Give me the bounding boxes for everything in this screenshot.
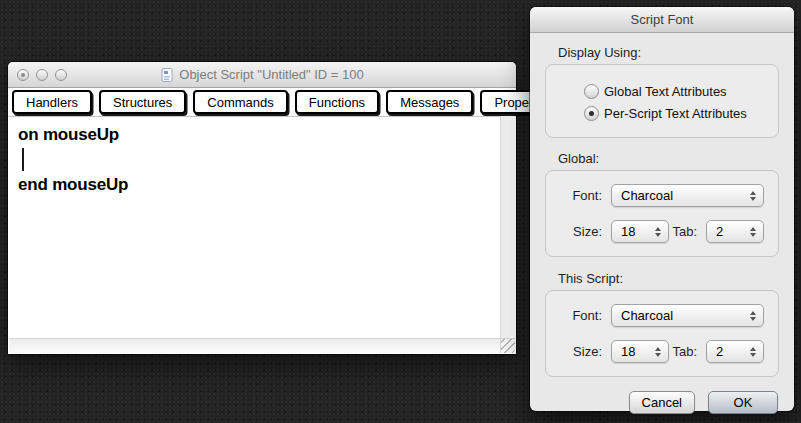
close-button[interactable] [17, 69, 29, 81]
radio-label: Global Text Attributes [604, 84, 727, 99]
text-cursor [22, 148, 24, 171]
script-document-icon [160, 68, 174, 82]
size-label: Size: [560, 344, 602, 359]
stepper-arrows-icon [750, 347, 756, 357]
dialog-button-row: Cancel OK [545, 391, 779, 414]
this-script-size-popup[interactable]: 18 [611, 340, 669, 363]
minimize-button[interactable] [36, 69, 48, 81]
this-script-group: Font: Charcoal Size: 18 Tab: 2 [545, 290, 779, 377]
horizontal-scrollbar[interactable] [9, 338, 501, 353]
stepper-arrows-icon [750, 227, 756, 237]
tab-label: Tab: [669, 344, 697, 359]
this-script-font-popup[interactable]: Charcoal [611, 304, 764, 327]
tab-handlers[interactable]: Handlers [12, 90, 92, 114]
tab-functions[interactable]: Functions [295, 90, 379, 114]
cancel-button[interactable]: Cancel [629, 391, 695, 414]
tab-commands[interactable]: Commands [193, 90, 287, 114]
stepper-arrows-icon [655, 347, 661, 357]
this-script-font-row: Font: Charcoal [560, 304, 764, 327]
global-group: Font: Charcoal Size: 18 Tab: 2 [545, 170, 779, 257]
panel-title: Script Font [631, 12, 694, 27]
global-size-popup[interactable]: 18 [611, 220, 669, 243]
this-script-tab-popup[interactable]: 2 [706, 340, 764, 363]
panel-body: Display Using: Global Text Attributes Pe… [530, 33, 794, 423]
window-title: Object Script "Untitled" ID = 100 [179, 67, 363, 82]
radio-per-script-text-attributes[interactable]: Per-Script Text Attributes [584, 102, 768, 124]
popup-value: 18 [621, 224, 635, 239]
popup-value: 18 [621, 344, 635, 359]
script-editor[interactable]: on mouseUp end mouseUp [8, 117, 516, 354]
global-tab-popup[interactable]: 2 [706, 220, 764, 243]
resize-grip[interactable] [500, 338, 515, 353]
display-using-group: Global Text Attributes Per-Script Text A… [545, 64, 779, 138]
popup-value: Charcoal [621, 188, 673, 203]
title-wrap: Object Script "Untitled" ID = 100 [160, 67, 363, 82]
object-script-window: Object Script "Untitled" ID = 100 Handle… [8, 62, 516, 354]
popup-value: Charcoal [621, 308, 673, 323]
code-line: end mouseUp [18, 172, 498, 197]
panel-titlebar[interactable]: Script Font [530, 7, 794, 33]
code-line [18, 147, 498, 172]
popup-value: 2 [716, 344, 723, 359]
popup-value: 2 [716, 224, 723, 239]
script-window-titlebar[interactable]: Object Script "Untitled" ID = 100 [8, 62, 516, 88]
display-using-label: Display Using: [558, 45, 779, 60]
stepper-arrows-icon [750, 311, 756, 321]
radio-button-icon[interactable] [584, 84, 599, 99]
code-line: on mouseUp [18, 122, 498, 147]
tab-structures[interactable]: Structures [99, 90, 186, 114]
tab-bar: HandlersStructuresCommandsFunctionsMessa… [8, 88, 516, 117]
stepper-arrows-icon [750, 191, 756, 201]
radio-global-text-attributes[interactable]: Global Text Attributes [584, 80, 768, 102]
global-font-popup[interactable]: Charcoal [611, 184, 764, 207]
zoom-button[interactable] [55, 69, 67, 81]
script-font-panel: Script Font Display Using: Global Text A… [530, 7, 794, 411]
size-label: Size: [560, 224, 602, 239]
radio-label: Per-Script Text Attributes [604, 106, 747, 121]
font-label: Font: [560, 188, 602, 203]
this-script-section-label: This Script: [558, 271, 779, 286]
this-script-size-tab-row: Size: 18 Tab: 2 [560, 340, 764, 363]
font-label: Font: [560, 308, 602, 323]
vertical-scrollbar[interactable] [500, 116, 515, 339]
stepper-arrows-icon [655, 227, 661, 237]
global-section-label: Global: [558, 151, 779, 166]
global-size-tab-row: Size: 18 Tab: 2 [560, 220, 764, 243]
desktop-background: Object Script "Untitled" ID = 100 Handle… [0, 0, 801, 423]
global-font-row: Font: Charcoal [560, 184, 764, 207]
tab-messages[interactable]: Messages [386, 90, 473, 114]
tab-label: Tab: [669, 224, 697, 239]
window-controls [17, 69, 67, 81]
ok-button[interactable]: OK [708, 391, 778, 414]
radio-button-icon[interactable] [584, 106, 599, 121]
